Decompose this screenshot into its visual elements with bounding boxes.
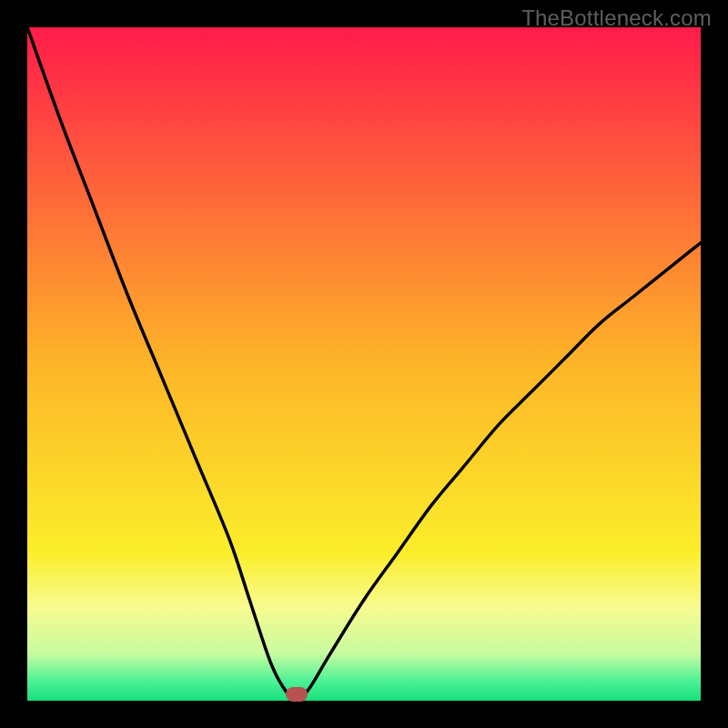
background-gradient [27,27,701,701]
optimum-marker [286,687,308,702]
svg-rect-0 [27,27,701,701]
watermark-text: TheBottleneck.com [521,5,712,31]
chart-frame: TheBottleneck.com [0,0,728,728]
plot-area [27,27,701,701]
